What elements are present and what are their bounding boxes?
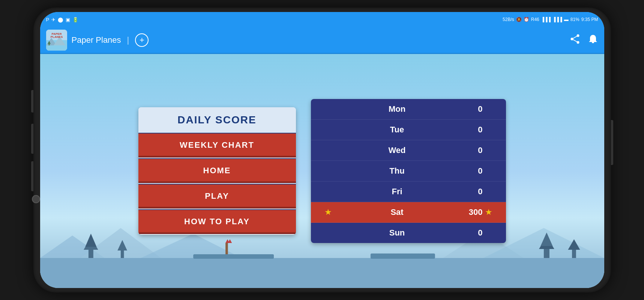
speed-indicator: 52B/s: [503, 17, 514, 22]
score-mon: 0: [460, 104, 483, 114]
weekly-chart-button[interactable]: WEEKLY CHART: [138, 133, 296, 158]
daily-score-title: DAILY SCORE: [138, 107, 296, 133]
battery-small-icon: 🔋: [72, 17, 78, 22]
app-bar: PAPER PLANES Paper Planes | +: [40, 27, 604, 54]
day-mon: Mon: [334, 104, 460, 114]
chart-row-tue: Tue 0: [311, 120, 506, 140]
score-wed: 0: [460, 146, 483, 155]
svg-text:PLANES: PLANES: [50, 35, 63, 39]
day-sun: Sun: [334, 228, 460, 238]
score-sat: 300: [460, 207, 483, 217]
home-button[interactable]: HOME: [138, 158, 296, 183]
score-fri: 0: [460, 187, 483, 196]
volume-down-button[interactable]: [31, 124, 33, 154]
score-tue: 0: [460, 125, 483, 135]
signal-bars-2: ▐▐▐: [552, 17, 562, 22]
add-button[interactable]: +: [135, 33, 149, 47]
time-display: 9:35 PM: [581, 17, 598, 22]
dot-icon: ⬤: [58, 17, 63, 22]
game-ui: DAILY SCORE WEEKLY CHART HOME PLAY HOW T…: [40, 54, 604, 288]
signal-bars-1: ▐▐▐: [541, 17, 551, 22]
star-right-sat: ★: [483, 207, 495, 217]
telegram-icon: ✈: [51, 17, 56, 22]
battery-icon: ▬: [564, 17, 569, 22]
how-to-play-button[interactable]: HOW TO PLAY: [138, 209, 296, 234]
camera-button[interactable]: [31, 161, 33, 191]
chart-row-wed: Wed 0: [311, 140, 506, 161]
title-divider: |: [127, 35, 129, 45]
power-button[interactable]: [611, 120, 613, 165]
app-bar-actions: [570, 34, 598, 46]
app-title: Paper Planes: [72, 35, 121, 45]
app-logo: PAPER PLANES: [46, 30, 67, 51]
game-area: DAILY SCORE WEEKLY CHART HOME PLAY HOW T…: [40, 54, 604, 288]
star-left-sat: ★: [322, 207, 334, 217]
svg-rect-13: [592, 42, 594, 43]
status-left-icons: P ✈ ⬤ ▣ 🔋: [46, 17, 79, 22]
phone-screen: P ✈ ⬤ ▣ 🔋 52B/s 🔕 ⏰ R46 ▐▐▐ ▐▐▐ ▬ 81% 9:…: [40, 12, 604, 288]
score-sun: 0: [460, 228, 483, 238]
day-fri: Fri: [334, 187, 460, 196]
status-right-info: 52B/s 🔕 ⏰ R46 ▐▐▐ ▐▐▐ ▬ 81% 9:35 PM: [503, 17, 598, 22]
p-icon: P: [46, 17, 50, 22]
day-tue: Tue: [334, 125, 460, 135]
volume-up-button[interactable]: [31, 90, 33, 112]
chart-row-sat: ★ Sat 300 ★: [311, 202, 506, 223]
score-thu: 0: [460, 166, 483, 176]
day-wed: Wed: [334, 146, 460, 155]
battery-percent: 81%: [570, 17, 579, 22]
share-icon[interactable]: [570, 34, 580, 46]
day-thu: Thu: [334, 166, 460, 176]
day-sat: Sat: [334, 207, 460, 217]
alarm-icon: ⏰: [524, 17, 529, 22]
chart-row-mon: Mon 0: [311, 99, 506, 120]
chart-row-thu: Thu 0: [311, 161, 506, 182]
cast-icon: ▣: [66, 17, 70, 22]
silent-icon: 🔕: [516, 17, 522, 22]
svg-line-11: [572, 36, 578, 39]
chart-row-fri: Fri 0: [311, 182, 506, 202]
weekly-chart-panel: Mon 0 Tue 0 Wed 0: [311, 99, 506, 243]
chart-row-sun: Sun 0: [311, 223, 506, 243]
network-type: R46: [531, 17, 539, 22]
status-bar: P ✈ ⬤ ▣ 🔋 52B/s 🔕 ⏰ R46 ▐▐▐ ▐▐▐ ▬ 81% 9:…: [40, 12, 604, 27]
notification-icon[interactable]: [588, 34, 598, 46]
daily-score-panel: DAILY SCORE WEEKLY CHART HOME PLAY HOW T…: [138, 107, 296, 235]
play-button[interactable]: PLAY: [138, 184, 296, 208]
phone-frame: P ✈ ⬤ ▣ 🔋 52B/s 🔕 ⏰ R46 ▐▐▐ ▐▐▐ ▬ 81% 9:…: [33, 8, 611, 292]
svg-line-12: [572, 39, 578, 42]
headphone-port: [32, 195, 40, 203]
